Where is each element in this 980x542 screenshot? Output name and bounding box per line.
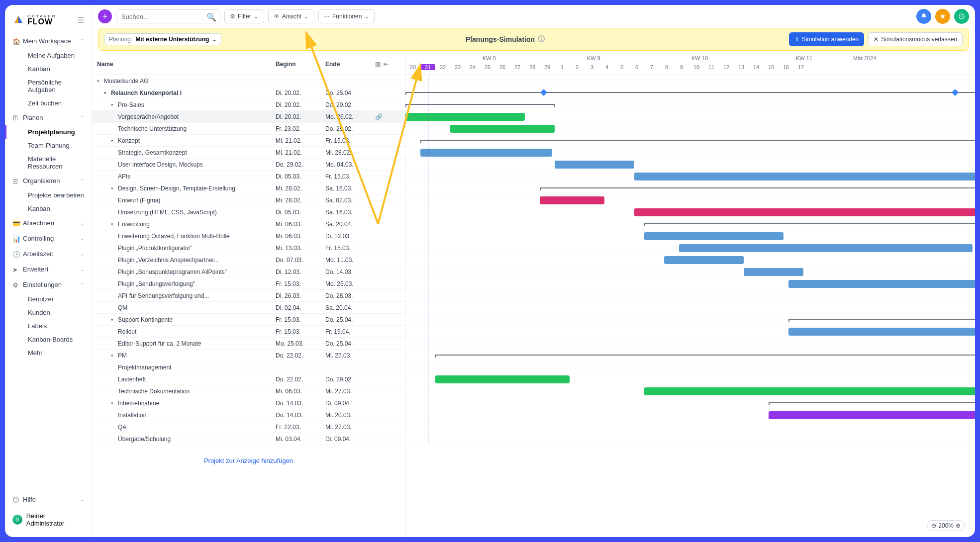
table-row[interactable]: QAFr. 22.03.Mi. 27.03.: [92, 421, 405, 433]
col-name[interactable]: Name: [92, 61, 276, 68]
day-cell[interactable]: 25: [480, 64, 495, 70]
milestone-diamond[interactable]: [540, 89, 547, 96]
nav-item-mehr[interactable]: Mehr: [5, 346, 92, 360]
gantt-summary-bar[interactable]: [769, 402, 975, 403]
nav-item-labels[interactable]: Labels: [5, 319, 92, 333]
timer-button[interactable]: [954, 9, 969, 24]
gantt-bar[interactable]: [450, 125, 555, 133]
apply-simulation-button[interactable]: ⇩Simulation anwenden: [789, 32, 865, 46]
nav-item-persönliche-aufgaben[interactable]: Persönliche Aufgaben: [5, 76, 92, 96]
day-cell[interactable]: 5: [614, 64, 629, 70]
day-cell[interactable]: 21: [420, 64, 435, 70]
table-row[interactable]: ▾InbetriebnahmeDo. 14.03.Di. 09.04.: [92, 397, 405, 409]
day-cell[interactable]: 14: [749, 64, 764, 70]
gantt-bar[interactable]: [555, 161, 634, 169]
table-row[interactable]: Projektmanagement: [92, 361, 405, 373]
exit-simulation-button[interactable]: ✕Simulationsmodus verlassen: [868, 32, 963, 46]
gantt-bar[interactable]: [788, 328, 975, 336]
gantt-bar[interactable]: [420, 149, 552, 157]
zoom-in-icon[interactable]: ⊕: [956, 522, 961, 529]
table-row[interactable]: Editor-Support für ca. 2 MonateMo. 25.03…: [92, 338, 405, 350]
gantt-bar[interactable]: [788, 280, 975, 288]
table-row[interactable]: RolloutFr. 15.03.Fr. 19.04.: [92, 326, 405, 338]
caret-down-icon[interactable]: ▾: [111, 317, 116, 322]
table-row[interactable]: Entwurf (Figma)Mi. 28.02.Sa. 02.03.: [92, 194, 405, 206]
table-row[interactable]: Plugin „Sendungsverfolgung"Fr. 15.03.Mo.…: [92, 278, 405, 290]
plan-select[interactable]: Planung: Mit externe Unterstützung ⌄: [104, 33, 221, 45]
day-cell[interactable]: 22: [435, 64, 450, 70]
day-cell[interactable]: 3: [585, 64, 599, 70]
caret-down-icon[interactable]: ▾: [111, 353, 116, 358]
table-row[interactable]: ▾KonzeptMi. 21.02.Fr. 15.03.: [92, 135, 405, 147]
gantt-bar[interactable]: [679, 244, 973, 252]
table-row[interactable]: Vorgespräche/AngebotDi. 20.02.Mo. 26.02.…: [92, 111, 405, 123]
columns-icon[interactable]: ▥: [375, 61, 381, 68]
nav-item-zeit-buchen[interactable]: Zeit buchen: [5, 96, 92, 110]
col-begin[interactable]: Beginn: [276, 61, 325, 68]
functions-button[interactable]: ⋯Funktionen⌄: [318, 9, 375, 23]
day-cell[interactable]: 8: [659, 64, 674, 70]
day-cell[interactable]: 12: [719, 64, 734, 70]
filter-button[interactable]: ⚙Filter⌄: [224, 9, 264, 23]
gantt-summary-bar[interactable]: [540, 187, 975, 188]
day-cell[interactable]: 20: [405, 64, 420, 70]
hamburger-icon[interactable]: ☰: [77, 15, 84, 25]
caret-down-icon[interactable]: ▾: [111, 401, 116, 406]
gantt-bar[interactable]: [769, 411, 975, 419]
caret-down-icon[interactable]: ▾: [97, 79, 102, 84]
nav-item-kanban[interactable]: Kanban: [5, 62, 92, 76]
day-cell[interactable]: 27: [510, 64, 525, 70]
zoom-control[interactable]: ⊖ 200% ⊕: [927, 520, 965, 531]
table-row[interactable]: Übergabe/SchulungMi. 03.04.Di. 09.04.: [92, 433, 405, 445]
nav-item-benutzer[interactable]: Benutzer: [5, 292, 92, 306]
nav-item-meine-aufgaben[interactable]: Meine Aufgaben: [5, 49, 92, 62]
table-row[interactable]: ▾EntwicklungMi. 06.03.Sa. 20.04.: [92, 218, 405, 230]
table-row[interactable]: Technische DokumentationMi. 06.03.Mi. 27…: [92, 385, 405, 397]
table-row[interactable]: API für Sendungsverfolgung und...Di. 26.…: [92, 290, 405, 302]
day-cell[interactable]: 28: [525, 64, 540, 70]
nav-item-projekte-bearbeiten[interactable]: Projekte bearbeiten: [5, 188, 92, 202]
table-row[interactable]: QMDi. 02.04.Sa. 20.04.: [92, 302, 405, 314]
milestone-diamond[interactable]: [952, 89, 959, 96]
table-row[interactable]: Strategie, GesamtkonzeptMi. 21.02.Mi. 28…: [92, 147, 405, 159]
table-row[interactable]: Plugin „Produktkonfigurator"Mi. 13.03.Fr…: [92, 242, 405, 254]
day-cell[interactable]: 2: [570, 64, 585, 70]
table-row[interactable]: Plugin „Verzeichnis Ansprechpartner...Do…: [92, 254, 405, 266]
table-row[interactable]: Umsetzung (HTML, CSS, JavaScript)Di. 05.…: [92, 206, 405, 218]
day-cell[interactable]: 17: [793, 64, 808, 70]
gantt-bar[interactable]: [634, 173, 975, 181]
table-row[interactable]: InstallationDo. 14.03.Mi. 20.03.: [92, 409, 405, 421]
gantt-bar[interactable]: [435, 375, 570, 383]
table-row[interactable]: APIsDi. 05.03.Fr. 15.03.: [92, 171, 405, 182]
day-cell[interactable]: 4: [599, 64, 614, 70]
view-button[interactable]: 👁Ansicht⌄: [268, 9, 314, 23]
help-link[interactable]: ? Hilfe ⌄: [5, 492, 92, 507]
table-row[interactable]: Plugin „Bonuspunkteprogramm AllPoints"Di…: [92, 266, 405, 278]
gantt-summary-bar[interactable]: [405, 92, 975, 93]
nav-item-kanban[interactable]: Kanban: [5, 202, 92, 215]
add-button[interactable]: +: [98, 9, 112, 23]
nav-group-einstellungen[interactable]: ⚙Einstellungen⌃: [5, 277, 92, 292]
table-row[interactable]: ▾Design, Screen-Design, Template-Erstell…: [92, 182, 405, 194]
gantt-bar[interactable]: [664, 256, 744, 264]
caret-down-icon[interactable]: ▾: [111, 102, 116, 107]
link-icon[interactable]: 🔗: [375, 113, 383, 120]
nav-group-organisieren[interactable]: ☰Organisieren⌃: [5, 173, 92, 188]
day-cell[interactable]: 24: [465, 64, 480, 70]
day-cell[interactable]: 26: [495, 64, 510, 70]
gantt-summary-bar[interactable]: [435, 355, 975, 356]
expand-icon[interactable]: ⇤: [384, 61, 389, 68]
gantt-summary-bar[interactable]: [420, 140, 975, 141]
nav-item-projektplanung[interactable]: Projektplanung: [5, 125, 92, 139]
gantt-summary-bar[interactable]: [644, 223, 975, 224]
day-cell[interactable]: 6: [629, 64, 644, 70]
caret-down-icon[interactable]: ▾: [111, 186, 116, 191]
notifications-button[interactable]: [916, 9, 931, 24]
info-icon[interactable]: ⓘ: [538, 35, 545, 44]
nav-group-arbeitszeit[interactable]: 🕒Arbeitszeit⌄: [5, 246, 92, 262]
gantt-bar[interactable]: [644, 387, 975, 395]
star-button[interactable]: [935, 9, 950, 24]
table-row[interactable]: Technische UnterstützungFr. 23.02.Do. 29…: [92, 123, 405, 135]
nav-item-materielle-ressourcen[interactable]: Materielle Ressourcen: [5, 152, 92, 173]
gantt-summary-bar[interactable]: [788, 319, 975, 320]
